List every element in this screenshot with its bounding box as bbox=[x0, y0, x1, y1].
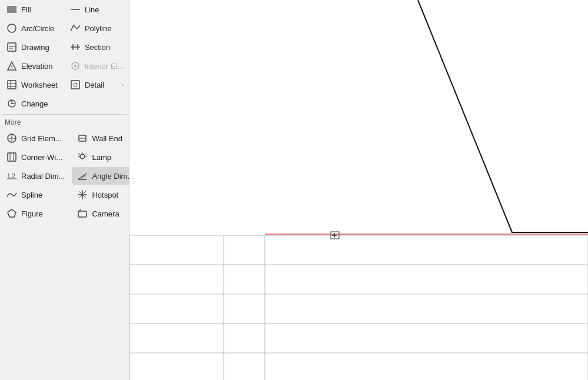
change-label: Change bbox=[21, 99, 58, 108]
sidebar-item-radial-dim[interactable]: 1.2 Radial Dim... bbox=[1, 167, 69, 185]
svg-rect-44 bbox=[78, 211, 87, 217]
sidebar-item-hotspot[interactable]: Hotspot bbox=[72, 186, 129, 204]
wall-end-icon bbox=[77, 132, 88, 144]
corner-wi-icon bbox=[6, 151, 18, 163]
top-menu: Fill Arc/Circle Drawing Elevation bbox=[0, 0, 129, 113]
sidebar-item-corner-wi[interactable]: Corner-Wi... bbox=[1, 148, 69, 166]
sidebar-item-fill[interactable]: Fill bbox=[1, 1, 62, 18]
section-label: Section bbox=[85, 43, 124, 52]
line-label: Line bbox=[85, 5, 124, 14]
detail-label: Detail bbox=[85, 81, 118, 89]
change-icon bbox=[6, 98, 18, 109]
figure-icon bbox=[6, 208, 18, 219]
spline-label: Spline bbox=[21, 191, 65, 199]
sidebar-item-angle-dim[interactable]: α Angle Dim... bbox=[72, 167, 129, 185]
lamp-icon bbox=[77, 151, 88, 163]
spline-icon bbox=[6, 189, 18, 201]
sidebar-item-wall-end[interactable]: Wall End bbox=[72, 129, 129, 147]
top-col1: Fill Arc/Circle Drawing Elevation bbox=[0, 0, 64, 113]
more-col1: Grid Elem... Corner-Wi... 1.2 Radial Dim… bbox=[0, 129, 71, 223]
sidebar-item-interior-el[interactable]: Interior El... bbox=[65, 57, 128, 75]
sidebar-item-detail[interactable]: Detail › bbox=[65, 76, 128, 94]
sidebar: Fill Arc/Circle Drawing Elevation bbox=[0, 0, 129, 380]
section-icon bbox=[69, 41, 81, 53]
drawing-label: Drawing bbox=[21, 43, 58, 52]
wall-end-label: Wall End bbox=[92, 134, 129, 143]
angle-dim-icon: α bbox=[77, 170, 88, 182]
svg-text:1.2: 1.2 bbox=[7, 173, 15, 179]
grid-elem-icon bbox=[6, 132, 18, 144]
lamp-label: Lamp bbox=[92, 153, 129, 162]
interior-el-icon bbox=[69, 60, 81, 72]
sidebar-item-section[interactable]: Section bbox=[65, 38, 128, 56]
sidebar-item-worksheet[interactable]: Worksheet bbox=[1, 76, 62, 94]
separator-1 bbox=[2, 114, 127, 115]
detail-icon bbox=[69, 79, 81, 91]
drawing-svg bbox=[129, 0, 588, 380]
hotspot-label: Hotspot bbox=[92, 191, 129, 199]
sidebar-item-spline[interactable]: Spline bbox=[1, 186, 69, 204]
figure-label: Figure bbox=[21, 209, 65, 218]
elevation-label: Elevation bbox=[21, 62, 58, 71]
top-col2: Line Polyline Section Interior El... bbox=[64, 0, 129, 113]
svg-marker-28 bbox=[8, 209, 16, 217]
interior-el-label: Interior El... bbox=[85, 62, 124, 71]
arc-circle-label: Arc/Circle bbox=[21, 24, 58, 33]
more-menu: Grid Elem... Corner-Wi... 1.2 Radial Dim… bbox=[0, 129, 129, 223]
svg-line-32 bbox=[78, 153, 80, 155]
grid-elem-label: Grid Elem... bbox=[21, 134, 65, 143]
worksheet-icon bbox=[6, 79, 18, 91]
svg-point-17 bbox=[74, 65, 77, 67]
sidebar-item-change[interactable]: Change bbox=[1, 95, 62, 112]
svg-line-46 bbox=[418, 0, 512, 232]
worksheet-label: Worksheet bbox=[21, 81, 58, 89]
svg-point-19 bbox=[74, 83, 77, 86]
polyline-label: Polyline bbox=[85, 24, 124, 33]
sidebar-item-lamp[interactable]: Lamp bbox=[72, 148, 129, 166]
svg-text:α: α bbox=[83, 174, 85, 178]
svg-rect-18 bbox=[71, 81, 79, 89]
sidebar-item-line[interactable]: Line bbox=[65, 1, 128, 18]
sidebar-item-camera[interactable]: Camera bbox=[72, 205, 129, 222]
elevation-icon bbox=[6, 60, 18, 72]
hotspot-icon bbox=[77, 189, 88, 201]
svg-rect-7 bbox=[8, 81, 16, 89]
sidebar-item-figure[interactable]: Figure bbox=[1, 205, 69, 222]
angle-dim-label: Angle Dim... bbox=[92, 172, 129, 181]
arc-circle-icon bbox=[6, 22, 18, 34]
camera-icon bbox=[77, 208, 88, 219]
polyline-icon bbox=[69, 22, 81, 34]
more-col2: Wall End Lamp α Angle Dim... Hotspot bbox=[71, 129, 129, 223]
fill-icon bbox=[6, 4, 18, 15]
line-icon bbox=[69, 4, 81, 15]
drawing-icon bbox=[6, 41, 18, 53]
radial-dim-icon: 1.2 bbox=[6, 170, 18, 182]
svg-line-33 bbox=[85, 153, 87, 155]
sidebar-item-polyline[interactable]: Polyline bbox=[65, 19, 128, 37]
radial-dim-label: Radial Dim... bbox=[21, 172, 65, 181]
corner-wi-label: Corner-Wi... bbox=[21, 153, 65, 162]
more-section-label: More bbox=[0, 116, 129, 129]
svg-point-1 bbox=[8, 24, 16, 32]
fill-label: Fill bbox=[21, 5, 58, 14]
svg-rect-0 bbox=[7, 6, 16, 13]
svg-rect-23 bbox=[8, 153, 16, 161]
svg-marker-45 bbox=[78, 209, 81, 211]
detail-chevron: › bbox=[122, 81, 124, 88]
svg-point-31 bbox=[80, 154, 85, 159]
camera-label: Camera bbox=[92, 209, 129, 218]
svg-rect-2 bbox=[8, 43, 16, 51]
sidebar-item-grid-elem[interactable]: Grid Elem... bbox=[1, 129, 69, 147]
drawing-area[interactable] bbox=[129, 0, 588, 380]
sidebar-item-drawing[interactable]: Drawing bbox=[1, 38, 62, 56]
sidebar-item-elevation[interactable]: Elevation bbox=[1, 57, 62, 75]
sidebar-item-arc-circle[interactable]: Arc/Circle bbox=[1, 19, 62, 37]
